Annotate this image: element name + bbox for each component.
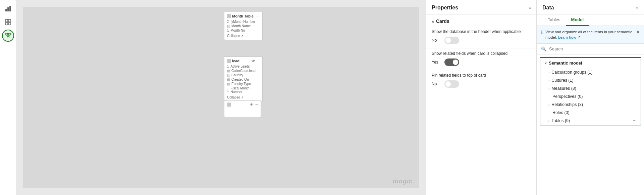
lead-field-6: Σ Fiscal Month Number bbox=[227, 86, 260, 94]
month-table-card[interactable]: Month Table ⋯ Σ fyMonth Number ▤ Month N… bbox=[224, 12, 263, 40]
pin-related-label: Pin related fields to top of card bbox=[432, 73, 531, 78]
lead-field-1: Σ Active Leads bbox=[227, 64, 260, 69]
semantic-model-header[interactable]: ∨ Semantic model bbox=[540, 58, 641, 68]
lead-field-3: ▤ Country bbox=[227, 73, 260, 77]
month-field-1-label: fyMonth Number bbox=[230, 20, 255, 24]
table-icon-3: ▤ bbox=[227, 73, 230, 77]
tab-tables[interactable]: Tables bbox=[542, 14, 566, 26]
svg-rect-6 bbox=[8, 23, 11, 25]
calculation-groups-chevron-icon: › bbox=[548, 71, 549, 74]
semantic-model-section: ∨ Semantic model › Calculation groups (1… bbox=[540, 57, 641, 125]
month-field-3-label: Month No bbox=[230, 29, 245, 32]
small-card-icon bbox=[227, 103, 231, 107]
lead-table-menu-icon[interactable]: ⋯ bbox=[256, 59, 260, 63]
lead-table-eye-icon[interactable]: 👁 bbox=[252, 59, 255, 63]
perspectives-label: Perspectives (0) bbox=[552, 94, 583, 99]
month-table-header: Month Table ⋯ bbox=[227, 14, 260, 18]
lead-field-4: ▤ Created On bbox=[227, 77, 260, 82]
lead-field-4-label: Created On bbox=[231, 78, 249, 81]
lead-field-2: ▤ CallerCode.lead bbox=[227, 69, 260, 73]
grid-sidebar-icon[interactable] bbox=[2, 16, 14, 28]
search-bar: 🔍 bbox=[537, 44, 644, 54]
small-card[interactable]: 👁 ⋯ bbox=[224, 100, 261, 117]
perspectives-item[interactable]: Perspectives (0) bbox=[540, 92, 641, 101]
tab-model[interactable]: Model bbox=[566, 14, 589, 26]
show-related-fields-toggle-row: Yes bbox=[432, 58, 531, 66]
sigma-icon: Σ bbox=[227, 20, 229, 24]
tables-item[interactable]: › Tables (9) ⋯ bbox=[540, 117, 641, 125]
svg-rect-3 bbox=[5, 20, 8, 22]
info-text: View and organize all of the items in yo… bbox=[545, 29, 633, 40]
measures-label: Measures (8) bbox=[551, 86, 576, 91]
info-icon: ℹ bbox=[541, 30, 543, 35]
svg-rect-4 bbox=[8, 20, 11, 22]
calculation-groups-item[interactable]: › Calculation groups (1) bbox=[540, 68, 641, 76]
pin-related-thumb bbox=[445, 81, 451, 87]
small-card-eye-icon[interactable]: 👁 bbox=[250, 103, 253, 107]
bar-chart-sidebar-icon[interactable] bbox=[2, 3, 14, 15]
properties-panel-header: Properties » bbox=[426, 0, 536, 14]
svg-rect-5 bbox=[5, 23, 8, 25]
lead-table-icon bbox=[227, 59, 231, 63]
month-table-menu-icon[interactable]: ⋯ bbox=[256, 14, 260, 18]
cards-section-header[interactable]: ∧ Cards bbox=[426, 14, 536, 27]
svg-rect-9 bbox=[7, 36, 9, 38]
learn-how-link[interactable]: Learn how ↗ bbox=[558, 35, 581, 39]
pin-related-toggle-row: No bbox=[432, 80, 531, 88]
calculation-groups-label: Calculation groups (1) bbox=[551, 70, 592, 75]
model-sidebar-icon[interactable] bbox=[2, 30, 14, 42]
show-related-fields-toggle[interactable] bbox=[444, 58, 459, 66]
lead-table-card[interactable]: lead 👁 ⋯ Σ Active Leads ▤ CallerCode.lea… bbox=[224, 56, 263, 102]
cultures-chevron-icon: › bbox=[548, 79, 549, 82]
month-table-actions[interactable]: ⋯ bbox=[256, 14, 260, 18]
show-related-fields-label: Show related fields when card is collaps… bbox=[432, 51, 531, 56]
relationships-label: Relationships (3) bbox=[551, 102, 583, 107]
table-icon: ▤ bbox=[227, 24, 230, 28]
relationships-item[interactable]: › Relationships (3) bbox=[540, 101, 641, 109]
cards-chevron-icon: ∧ bbox=[432, 20, 434, 23]
properties-expand-icon[interactable]: » bbox=[528, 5, 531, 10]
tables-more-icon[interactable]: ⋯ bbox=[633, 118, 637, 123]
search-icon: 🔍 bbox=[541, 46, 546, 51]
show-database-toggle[interactable] bbox=[444, 37, 459, 44]
table-icon-4: ▤ bbox=[227, 78, 230, 81]
data-panel-expand-icon[interactable]: » bbox=[636, 5, 639, 10]
properties-panel: Properties » ∧ Cards Show the database i… bbox=[426, 0, 537, 195]
small-card-menu-icon[interactable]: ⋯ bbox=[255, 103, 258, 107]
month-table-title: Month Table bbox=[232, 14, 254, 18]
show-database-thumb bbox=[445, 38, 451, 43]
pin-related-toggle[interactable] bbox=[444, 80, 459, 88]
tables-label: Tables (9) bbox=[551, 118, 570, 123]
data-panel-title: Data bbox=[542, 5, 554, 11]
cultures-item[interactable]: › Cultures (1) bbox=[540, 76, 641, 84]
show-database-value: No bbox=[432, 38, 441, 43]
search-input[interactable] bbox=[549, 46, 640, 51]
sigma-icon-2: Σ bbox=[227, 29, 229, 32]
tables-chevron-icon: › bbox=[548, 119, 549, 123]
svg-rect-2 bbox=[9, 6, 11, 11]
show-database-toggle-row: No bbox=[432, 37, 531, 44]
lead-table-actions[interactable]: 👁 ⋯ bbox=[252, 59, 260, 63]
table-icon-2: ▤ bbox=[227, 69, 230, 73]
measures-chevron-icon: › bbox=[548, 87, 549, 90]
semantic-model-label: Semantic model bbox=[549, 61, 582, 66]
roles-item[interactable]: Roles (0) bbox=[540, 109, 641, 117]
show-database-property: Show the database in the header when app… bbox=[426, 27, 536, 48]
sigma-icon-3: Σ bbox=[227, 65, 229, 68]
svg-rect-7 bbox=[6, 33, 8, 35]
lead-field-5-label: Enquiry Type bbox=[231, 82, 251, 86]
measures-item[interactable]: › Measures (8) bbox=[540, 84, 641, 92]
lead-table-collapse[interactable]: Collapse ∧ bbox=[227, 95, 260, 99]
small-card-header: 👁 ⋯ bbox=[227, 103, 258, 107]
properties-panel-title: Properties bbox=[432, 5, 458, 11]
month-field-1: Σ fyMonth Number bbox=[227, 20, 260, 24]
close-info-icon[interactable]: ✕ bbox=[636, 29, 640, 35]
small-card-actions[interactable]: 👁 ⋯ bbox=[250, 103, 258, 107]
month-field-2: ▤ Month Name bbox=[227, 24, 260, 28]
show-related-fields-thumb bbox=[453, 60, 458, 65]
canvas-area: Month Table ⋯ Σ fyMonth Number ▤ Month N… bbox=[16, 0, 426, 195]
lead-field-1-label: Active Leads bbox=[230, 65, 250, 68]
month-table-collapse[interactable]: Collapse ∧ bbox=[227, 34, 260, 38]
lead-table-header: lead 👁 ⋯ bbox=[227, 59, 260, 63]
relationships-chevron-icon: › bbox=[548, 103, 549, 107]
